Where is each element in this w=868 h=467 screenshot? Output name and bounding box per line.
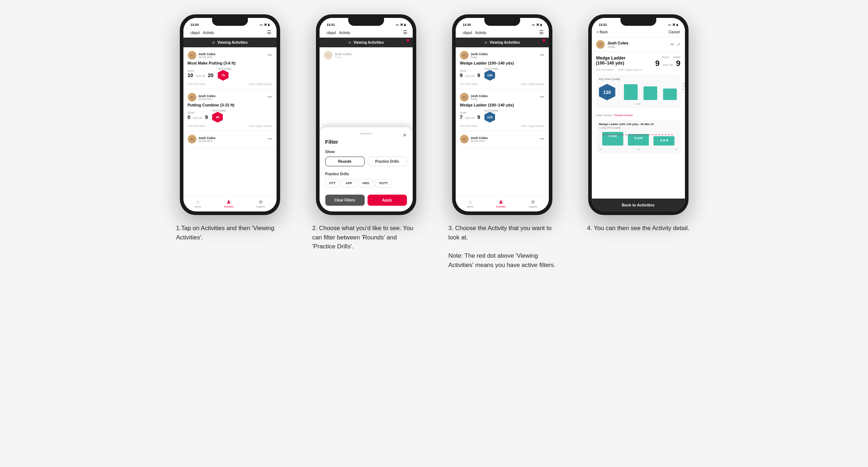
avg-sq-label: Avg Shot Quality [599,77,678,81]
mini-chart-title: Wedge Ladder (100–140 yds) - 06 Mar 23 [599,123,678,126]
score-label-1-2: Score [188,111,208,114]
activity-card-3-3[interactable]: JC Josh Coles 28 Feb 2023 ••• [456,131,549,149]
activity-card-3-2[interactable]: JC Josh Coles Today ••• Wedge Ladder (10… [456,89,549,131]
more-dots-3-3[interactable]: ••• [540,137,545,142]
menu-icon-3[interactable]: ☰ [539,29,544,35]
user-info-1-1: Josh Coles 28 Feb 2023 [198,52,216,58]
rounds-toggle[interactable]: Rounds [325,157,365,166]
card-user-3-3: JC Josh Coles 28 Feb 2023 [460,135,488,143]
shots-value-1-2: 9 [205,114,208,120]
user-date-1-1: 28 Feb 2023 [198,56,216,58]
nav-activities-3[interactable]: ♟ Activities [496,199,506,208]
sq-group-1-1: Shot Quality 75 [218,67,231,81]
sq-badge-1-2: 45 [212,112,223,123]
edit-icon[interactable]: ✏ [671,42,674,47]
activity-card-1-2[interactable]: JC Josh Coles 28 Feb 2023 ••• Putting Co… [183,89,277,131]
phone-2: 13:21 ▪▪▪ ⌘ ▮ clippd Activity ☰ [316,14,416,215]
wifi-icon-2: ⌘ [400,23,403,27]
wifi-icon-1: ⌘ [264,23,267,27]
score-group-1-1: Score 10 OUT OF 20 [188,70,214,78]
sq-bar-chart: 130 100 50 0 [619,82,678,102]
home-label-1: Home [195,205,201,208]
avatar-4: JC [596,40,605,49]
session-link[interactable]: Practice Session [614,114,633,116]
sq-group-1-2: Shot Quality 45 [212,109,226,123]
menu-icon-1[interactable]: ☰ [267,29,272,35]
cancel-button[interactable]: Cancel [668,30,680,34]
signal-icon-3: ▪▪▪ [532,23,535,27]
app-nav-3: clippd Activity ☰ [456,27,549,38]
nav-activities-1[interactable]: ♟ Activities [224,199,234,208]
viewing-banner-3[interactable]: ⛭ Viewing Activities [456,38,549,47]
more-dots-1-1[interactable]: ••• [268,53,272,58]
caption-1: 1.Tap on Activities and then 'Viewing Ac… [176,224,284,242]
card-header-3-3: JC Josh Coles 28 Feb 2023 ••• [460,135,545,143]
expand-icon[interactable]: ⤢ [677,42,681,47]
sq-chart-svg [619,82,678,102]
more-dots-3-2[interactable]: ••• [540,95,545,100]
wifi-icon-4: ⌘ [672,23,675,27]
more-dots-3-1[interactable]: ••• [540,53,545,58]
battery-icon-1: ▮ [268,23,269,27]
apply-button[interactable]: Apply [368,195,407,206]
close-icon-filter[interactable]: ✕ [403,132,407,138]
detail-main: Wedge Ladder(100–140 yds) Score Shots 9 … [592,52,685,199]
detail-user-row: JC Josh Coles Today ✏ ⤢ [592,37,685,52]
activity-card-1-3[interactable]: JC Josh Coles 28 Feb 2023 ••• [183,131,277,149]
svg-rect-0 [624,84,637,100]
nav-capture-1[interactable]: ⊕ Capture [256,199,265,208]
sq-badge-1-1: 75 [218,70,229,81]
filter-icon-3: ⛭ [484,41,488,44]
menu-icon-2[interactable]: ☰ [403,29,408,35]
sq-label-3-1: Shot Quality [484,67,498,70]
banner-text-3: Viewing Activities [490,40,520,44]
nav-home-3[interactable]: ⌂ Home [467,199,474,208]
viewing-banner-1[interactable]: ⛭ Viewing Activities [183,38,277,47]
drill-arg[interactable]: ARG [358,179,373,187]
user-name-1-3: Josh Coles [198,136,216,140]
drill-putt[interactable]: PUTT [375,179,392,187]
card-stats-3-2: Score 7 OUT OF 9 Shot Quality 118 [460,109,545,123]
step3-column: 13:20 ▪▪▪ ⌘ ▮ clippd Activity ☰ ⛭ [441,14,563,270]
practice-drills-toggle[interactable]: Practice Drills [368,157,407,166]
detail-user-date: Today [608,45,629,48]
filter-handle [360,133,373,134]
card-stats-1-2: Score 0 OUT OF 9 Shot Quality 45 [188,109,272,123]
phone-1: 13:20 ▪▪▪ ⌘ ▮ clippd Activity ☰ [180,14,280,215]
activity-card-3-1[interactable]: JC Josh Coles Today ••• Wedge Ladder (10… [456,47,549,89]
status-icons-4: ▪▪▪ ⌘ ▮ [668,23,678,27]
step2-column: 13:21 ▪▪▪ ⌘ ▮ clippd Activity ☰ [305,14,427,251]
more-dots-1-3[interactable]: ••• [268,137,272,142]
nav-home-1[interactable]: ⌂ Home [195,199,201,208]
detail-action-icons: ✏ ⤢ [671,42,681,47]
capture-icon-3: ⊕ [531,199,535,205]
clear-filters-button[interactable]: Clear Filters [325,195,365,206]
back-to-activities-button[interactable]: Back to Activities [592,199,685,211]
card-footer-1-2: Test Information Data: Clippd Capture [188,125,272,127]
footer-right-1-1: Data: Clippd Capture [249,83,272,85]
sq-label-3-2: Shot Quality [484,109,498,112]
card-title-1-2: Putting Combine (3-15 ft) [188,103,272,107]
viewing-banner-2[interactable]: ⛭ Viewing Activities [320,38,413,47]
filter-drill-row: OTT APP ARG PUTT [325,179,407,187]
drill-app[interactable]: APP [342,179,356,187]
home-icon-1: ⌂ [196,199,199,205]
show-label: Show [325,150,407,154]
phone-4: 13:21 ▪▪▪ ⌘ ▮ < Back Cancel JC [588,14,689,215]
score-value-3-1: 9 [460,72,463,78]
detail-user-info: JC Josh Coles Today [596,40,629,49]
nav-capture-3[interactable]: ⊕ Capture [528,199,537,208]
back-button[interactable]: < Back [597,30,608,34]
time-1: 13:20 [191,23,199,27]
bottom-nav-3: ⌂ Home ♟ Activities ⊕ Capture [456,196,549,211]
user-info-1-3: Josh Coles 28 Feb 2023 [198,136,216,142]
app-logo-3: clippd Activity [461,30,486,35]
more-dots-1-2[interactable]: ••• [268,95,272,100]
user-name-1-1: Josh Coles [198,52,216,56]
drill-ott[interactable]: OTT [325,179,340,187]
card-user-3-1: JC Josh Coles Today [460,51,488,59]
activity-card-1-1[interactable]: JC Josh Coles 28 Feb 2023 ••• Must Make … [183,47,277,89]
card-user-1-1: JC Josh Coles 28 Feb 2023 [188,51,216,59]
filter-title: Filter [325,139,407,145]
card-title-3-2: Wedge Ladder (100–140 yds) [460,103,545,107]
